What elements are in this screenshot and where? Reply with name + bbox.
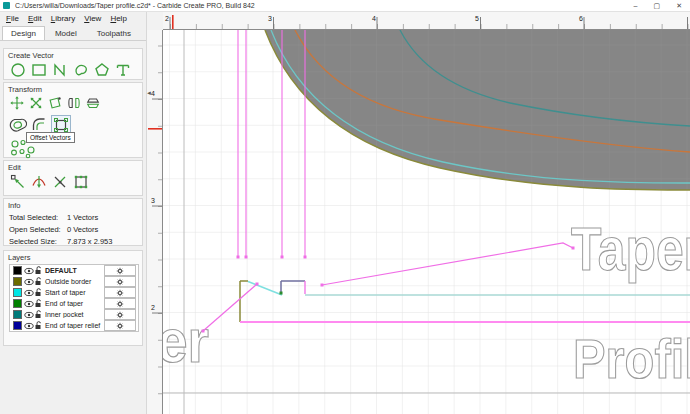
gear-icon (116, 289, 124, 297)
ruler-top-label-6: 6 (579, 15, 583, 22)
mirror-tool-icon[interactable] (66, 95, 82, 111)
unlock-icon[interactable] (34, 321, 43, 330)
info-title: Info (4, 199, 142, 211)
eye-icon[interactable] (24, 278, 34, 286)
menu-help[interactable]: Help (110, 14, 126, 23)
app-icon (3, 2, 10, 9)
distort-tool-icon[interactable] (85, 95, 101, 111)
unlock-icon[interactable] (34, 288, 43, 297)
ruler-top-label-3: 3 (268, 15, 272, 22)
offset-vectors-tooltip: Offset Vectors (26, 132, 75, 143)
ruler-left-label-2: 2 (151, 304, 155, 311)
tab-design[interactable]: Design (2, 26, 45, 40)
menu-edit[interactable]: Edit (28, 14, 42, 23)
gear-icon (116, 300, 124, 308)
polygon-tool-icon[interactable] (93, 61, 111, 79)
layer-settings-button[interactable] (104, 287, 136, 298)
info-total-selected: Total Selected:1 Vectors (4, 211, 142, 223)
tab-model[interactable]: Model (45, 27, 87, 40)
gear-icon (116, 311, 124, 319)
scale-tool-icon[interactable] (28, 95, 44, 111)
window-title: C:/Users/willa/Downloads/Taper profile.c… (15, 2, 634, 9)
carbide-create-window: { "window": { "title": "C:/Users/willa/D… (0, 0, 690, 414)
node-edit-tool-icon[interactable] (9, 173, 27, 191)
collapse-panel-arrow[interactable]: ◄ (146, 90, 152, 96)
menu-view[interactable]: View (84, 14, 101, 23)
close-button[interactable]: ✕ (676, 2, 682, 10)
info-open-selected: Open Selected:0 Vectors (4, 223, 142, 235)
layer-color-swatch[interactable] (13, 277, 22, 286)
ruler-top-label-4: 4 (372, 15, 376, 22)
create-vector-title: Create Vector (4, 49, 142, 61)
edit-title: Edit (4, 161, 142, 173)
curve-tool-icon[interactable] (72, 61, 90, 79)
trim-vectors-tool-icon[interactable] (30, 173, 48, 191)
layer-row-end-of-taper-relief[interactable]: End of taper relief (10, 320, 138, 331)
layer-color-swatch[interactable] (13, 299, 22, 308)
layer-color-swatch[interactable] (13, 288, 22, 297)
mode-tabs: Design Model Toolpaths (0, 25, 146, 41)
layer-color-swatch[interactable] (13, 321, 22, 330)
ruler-left-label-3: 3 (151, 197, 155, 204)
eye-icon[interactable] (24, 300, 34, 308)
gear-icon (116, 278, 124, 286)
cursor-y-marker (148, 128, 163, 130)
create-vector-section: Create Vector (3, 48, 143, 80)
ruler-corner (147, 12, 163, 30)
layer-settings-button[interactable] (104, 276, 136, 287)
unlock-icon[interactable] (34, 266, 43, 275)
eye-icon[interactable] (24, 311, 34, 319)
gear-icon (116, 267, 124, 275)
tab-toolpaths[interactable]: Toolpaths (87, 27, 141, 40)
design-canvas[interactable]: Taper Profile er (163, 30, 690, 414)
ruler-top-label-2: 2 (165, 15, 169, 22)
layer-row-end-of-taper[interactable]: End of taper (10, 298, 138, 309)
ruler-left: 4 3 2 (147, 30, 163, 414)
menu-bar: File Edit Library View Help (0, 12, 152, 25)
cursor-x-marker (172, 15, 174, 30)
eye-icon[interactable] (24, 322, 34, 330)
layer-row-outside-border[interactable]: Outside border (10, 276, 138, 287)
layer-settings-button[interactable] (104, 265, 136, 276)
maximize-button[interactable]: ▢ (654, 2, 661, 10)
unlock-icon[interactable] (34, 277, 43, 286)
layer-settings-button[interactable] (104, 298, 136, 309)
eye-icon[interactable] (24, 289, 34, 297)
transform-title: Transform (4, 83, 142, 95)
circle-tool-icon[interactable] (9, 61, 27, 79)
join-vectors-tool-icon[interactable] (51, 173, 69, 191)
menu-library[interactable]: Library (51, 14, 75, 23)
title-bar: C:/Users/willa/Downloads/Taper profile.c… (0, 0, 690, 12)
layers-section: Layers DEFAULT Outside border Start o (3, 250, 143, 346)
minimize-button[interactable]: – (634, 2, 638, 10)
layers-title: Layers (4, 251, 142, 263)
layer-color-swatch[interactable] (13, 266, 22, 275)
offset-blob-icon[interactable] (9, 116, 27, 134)
layer-list: DEFAULT Outside border Start of taper (9, 264, 139, 332)
resize-handles-tool-icon[interactable] (72, 173, 90, 191)
left-panel: File Edit Library View Help Design Model… (0, 12, 147, 414)
layer-settings-button[interactable] (104, 309, 136, 320)
watermark-text-taper[interactable]: Taper (571, 214, 690, 283)
move-tool-icon[interactable] (9, 95, 25, 111)
unlock-icon[interactable] (34, 310, 43, 319)
info-section: Info Total Selected:1 Vectors Open Selec… (3, 198, 143, 246)
layer-row-default[interactable]: DEFAULT (10, 265, 138, 276)
layer-settings-button[interactable] (104, 320, 136, 331)
menu-file[interactable]: File (6, 14, 19, 23)
unlock-icon[interactable] (34, 299, 43, 308)
polyline-tool-icon[interactable] (51, 61, 69, 79)
layer-row-inner-pocket[interactable]: Inner pocket (10, 309, 138, 320)
watermark-text-profile[interactable]: Profile (573, 327, 690, 390)
edit-section: Edit (3, 160, 143, 196)
ruler-top-label-5: 5 (475, 15, 479, 22)
layer-color-swatch[interactable] (13, 310, 22, 319)
watermark-text-er[interactable]: er (163, 306, 209, 375)
rotate-tool-icon[interactable] (47, 95, 63, 111)
gear-icon (116, 322, 124, 330)
layer-row-start-of-taper[interactable]: Start of taper (10, 287, 138, 298)
ruler-top: 2 3 4 5 6 (163, 12, 690, 30)
text-tool-icon[interactable] (114, 61, 132, 79)
rectangle-tool-icon[interactable] (30, 61, 48, 79)
eye-icon[interactable] (24, 267, 34, 275)
